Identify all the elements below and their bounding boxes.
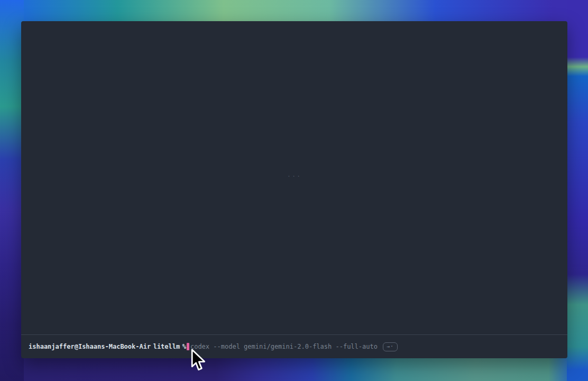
terminal-output-area[interactable]: ... xyxy=(21,21,567,334)
accept-suggestion-key-hint: →· xyxy=(383,342,398,351)
wallpaper-left-band xyxy=(0,0,24,381)
wallpaper-bottom-band xyxy=(24,358,588,381)
prompt-symbol: % xyxy=(182,335,186,358)
terminal-window[interactable]: ... ishaanjaffer@Ishaans-MacBook-Air lit… xyxy=(21,21,567,358)
text-caret xyxy=(187,343,189,350)
prompt-cwd: litellm xyxy=(153,335,180,358)
terminal-prompt-bar[interactable]: ishaanjaffer@Ishaans-MacBook-Air litellm… xyxy=(21,334,567,358)
command-autosuggestion: codex --model gemini/gemini-2.0-flash --… xyxy=(190,335,378,358)
loading-ellipsis: ... xyxy=(287,171,302,178)
wallpaper-right-band xyxy=(567,0,588,381)
prompt-user-host: ishaanjaffer@Ishaans-MacBook-Air xyxy=(29,335,151,358)
